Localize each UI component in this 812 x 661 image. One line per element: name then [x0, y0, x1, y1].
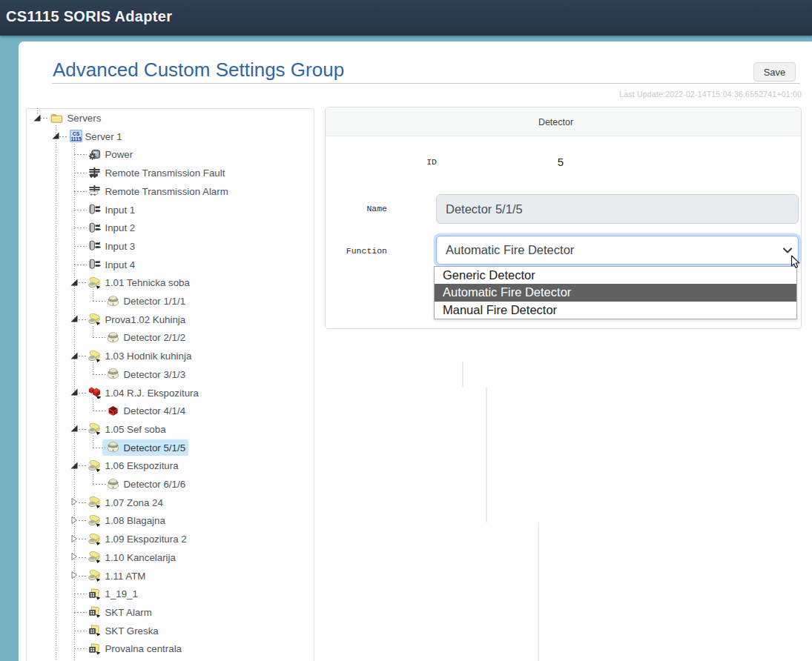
device-tree-panel: [26, 108, 314, 661]
mouse-cursor: [790, 255, 804, 270]
page-title: Advanced Custom Settings Group: [53, 59, 344, 82]
save-button[interactable]: Save: [753, 62, 796, 82]
function-select[interactable]: Automatic Fire Detector: [436, 236, 799, 265]
detail-panel-title: Detector: [326, 117, 786, 127]
function-option[interactable]: Generic Detector: [435, 267, 796, 284]
last-update-text: Last Update:2022-02-14T15:04:36.6552741+…: [619, 90, 802, 99]
artifact-line: [538, 522, 539, 661]
artifact-line: [462, 362, 463, 387]
title-divider: [52, 83, 800, 84]
app-navbar: CS1115 SORIS Adapter: [0, 0, 812, 36]
function-label: Function: [326, 246, 387, 256]
chevron-down-icon: [782, 246, 793, 255]
function-option[interactable]: Manual Fire Detector: [435, 302, 796, 319]
name-label: Name: [326, 204, 387, 213]
app-title: CS1115 SORIS Adapter: [6, 8, 172, 25]
id-label: ID: [326, 157, 437, 167]
function-option[interactable]: Automatic Fire Detector: [435, 284, 796, 301]
detail-panel-header: Detector: [326, 107, 801, 136]
function-dropdown-list: Generic DetectorAutomatic Fire DetectorM…: [434, 266, 797, 319]
id-value: 5: [449, 156, 672, 168]
name-input[interactable]: [436, 194, 799, 224]
artifact-line: [486, 387, 487, 522]
